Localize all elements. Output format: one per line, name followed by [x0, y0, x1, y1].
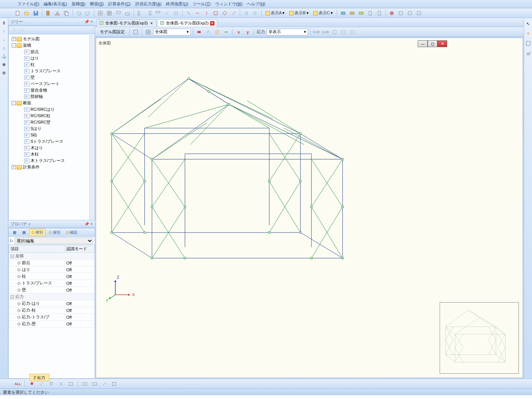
red-icon[interactable]	[195, 28, 203, 36]
chart-icon[interactable]	[524, 49, 532, 57]
property-row[interactable]: ◇節点Off	[9, 260, 95, 266]
home-icon[interactable]: ⌂	[1, 44, 8, 51]
property-tab[interactable]: ⎙ 確認	[64, 229, 80, 236]
property-group-row[interactable]: −応力	[9, 294, 95, 300]
property-tab[interactable]: ▦	[10, 229, 19, 235]
tree-node[interactable]: +モデル図	[9, 36, 94, 42]
tool4-icon[interactable]	[212, 9, 220, 17]
property-row[interactable]: ◇壁Off	[9, 287, 95, 294]
view-combo[interactable]: 全体図▾	[153, 29, 191, 35]
close-icon[interactable]: ×	[90, 222, 93, 226]
refresh-icon[interactable]	[242, 9, 250, 17]
tree-node[interactable]: 木柱	[9, 151, 94, 157]
property-tab[interactable]: ⎙ 個別	[46, 229, 63, 236]
dim2-icon[interactable]: 0.00	[321, 28, 330, 36]
open-icon[interactable]	[23, 9, 31, 17]
grid4-icon[interactable]	[123, 9, 132, 17]
menu-e[interactable]: 編集/表示(E)	[41, 1, 69, 7]
grid-icon[interactable]	[96, 9, 104, 17]
tree-node[interactable]: トラス/ブレース	[9, 68, 94, 74]
cut-icon[interactable]	[53, 9, 61, 17]
stress-combo[interactable]: 非表示▾	[267, 29, 308, 35]
grid3-icon[interactable]	[114, 9, 123, 17]
save-icon[interactable]	[32, 9, 40, 17]
dim5-icon[interactable]	[348, 28, 357, 36]
menu-b[interactable]: 架構(B)	[69, 1, 88, 7]
scrollbar[interactable]	[89, 35, 95, 220]
menu-s[interactable]: 断面(S)	[88, 1, 106, 7]
plus-icon[interactable]: ⊕	[1, 61, 8, 68]
paste-icon[interactable]	[44, 9, 52, 17]
undo-icon[interactable]	[75, 9, 83, 17]
wall-icon[interactable]	[67, 380, 75, 388]
misc5-icon[interactable]	[375, 9, 383, 17]
maximize-button[interactable]: ◻	[428, 40, 437, 47]
check2-icon[interactable]	[90, 380, 99, 388]
close-icon[interactable]: ×	[90, 20, 93, 24]
view5-icon[interactable]	[172, 9, 180, 17]
expand-icon[interactable]: ⇕	[1, 20, 8, 26]
xy2-icon[interactable]: y	[244, 28, 252, 36]
tool6-icon[interactable]	[230, 9, 238, 17]
display-c-button[interactable]: 表示C▾	[311, 9, 335, 17]
check4-icon[interactable]	[110, 380, 118, 388]
copy-icon[interactable]	[62, 9, 71, 17]
pin-icon[interactable]: 📌	[84, 222, 89, 226]
tree-node[interactable]: 柱	[9, 61, 94, 68]
grid2-icon[interactable]	[105, 9, 113, 17]
folder-icon[interactable]	[11, 27, 18, 34]
output-tab[interactable]: 2 出力	[29, 374, 49, 381]
menu-t[interactable]: ツール(T)	[190, 1, 213, 7]
menu-u[interactable]: 終局強度(U)	[164, 1, 190, 7]
new-icon[interactable]	[14, 9, 22, 17]
tree-node[interactable]: Sトラス/ブレース	[9, 138, 94, 145]
close-button[interactable]: ✕	[437, 40, 447, 47]
tool1-icon[interactable]	[184, 9, 193, 17]
refresh2-icon[interactable]	[251, 9, 259, 17]
minimize-button[interactable]: —	[418, 40, 428, 47]
arrow-up-icon[interactable]: ↑	[1, 28, 8, 35]
brace-icon[interactable]	[57, 380, 65, 388]
check1-icon[interactable]	[81, 380, 89, 388]
xy1-icon[interactable]: x	[235, 28, 243, 36]
cyan-icon[interactable]	[204, 28, 212, 36]
menu-f[interactable]: ファイル(F)	[15, 1, 41, 7]
misc6-icon[interactable]	[388, 9, 396, 17]
tree-node[interactable]: RC/SRC壁	[9, 119, 94, 125]
overview-panel[interactable]	[440, 302, 519, 374]
tree-node[interactable]: はり	[9, 55, 94, 61]
tree-node[interactable]: 木トラス/ブレース	[9, 157, 94, 164]
view4-icon[interactable]	[163, 9, 171, 17]
dim1-icon[interactable]: 0.00	[312, 28, 320, 36]
anchor-icon[interactable]: ⚓	[1, 53, 8, 60]
folder2-icon[interactable]	[19, 27, 26, 34]
display-b-button[interactable]: 表示B▾	[287, 9, 310, 17]
column-header[interactable]: 項目	[9, 245, 65, 253]
collapse-icon[interactable]: -	[12, 43, 16, 47]
misc4-icon[interactable]	[366, 9, 374, 17]
tree-node[interactable]: Sはり	[9, 125, 94, 132]
close-tab-icon[interactable]: ✕	[210, 21, 215, 26]
tree-node[interactable]: RC/SRCはり	[9, 106, 94, 113]
sun-icon[interactable]: ☀	[524, 29, 532, 38]
misc7-icon[interactable]	[397, 9, 405, 17]
close-tab-icon[interactable]: ✕	[149, 21, 154, 26]
menu-w[interactable]: ウィンドウ(W)	[213, 1, 245, 7]
tree-node[interactable]: ベースプレート	[9, 81, 94, 87]
cursor-icon[interactable]: ↖	[524, 20, 532, 28]
dim4-icon[interactable]	[339, 28, 348, 36]
tree-node[interactable]: +計算条件	[9, 164, 94, 170]
property-row[interactable]: ◇トラス/ブレースOff	[9, 280, 95, 287]
table-icon[interactable]	[524, 39, 532, 47]
misc2-icon[interactable]	[348, 9, 356, 17]
tree-node[interactable]: 部材軸	[9, 93, 94, 100]
document-tab[interactable]: 全体図-モデル図(Exp2)✕	[157, 19, 217, 27]
column-header[interactable]: 認識モード	[64, 245, 94, 253]
tree-node[interactable]: 接合金物	[9, 87, 94, 93]
expand-icon[interactable]: +	[12, 37, 16, 41]
property-tab[interactable]: ▦	[20, 229, 28, 235]
check3-icon[interactable]	[100, 380, 109, 388]
dim3-icon[interactable]	[330, 28, 339, 36]
canvas[interactable]: 全体図 — ◻ ✕	[96, 38, 523, 378]
layout-icon[interactable]	[132, 28, 140, 36]
